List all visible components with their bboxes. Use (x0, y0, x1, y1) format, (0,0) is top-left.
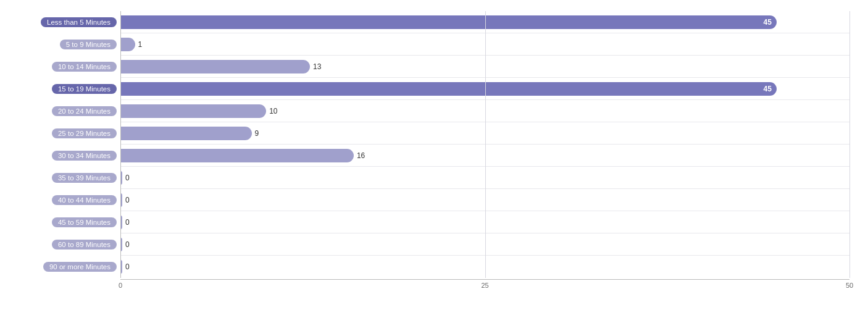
bar-row: 25 to 29 Minutes9 (120, 122, 849, 145)
bar-label: Less than 5 Minutes (6, 11, 120, 33)
bar-wrapper: 13 (120, 56, 849, 77)
bar: 45 (120, 15, 777, 29)
bar-value-outside: 9 (255, 129, 259, 138)
bar: 9 (120, 127, 252, 140)
bar-label: 5 to 9 Minutes (6, 33, 120, 55)
bar-label: 10 to 14 Minutes (6, 56, 120, 77)
label-pill: 25 to 29 Minutes (52, 128, 117, 138)
bar-row: 90 or more Minutes0 (120, 256, 849, 278)
bar-label: 30 to 34 Minutes (6, 145, 120, 166)
bar-value-outside: 0 (125, 262, 130, 271)
bar-row: 15 to 19 Minutes45 (120, 78, 849, 100)
label-pill: 35 to 39 Minutes (52, 173, 117, 183)
bar-wrapper: 0 (120, 256, 849, 278)
bar-label: 90 or more Minutes (6, 256, 120, 278)
grid-line (849, 11, 850, 278)
bar-wrapper: 45 (120, 11, 849, 33)
label-pill: 40 to 44 Minutes (52, 195, 117, 205)
bar-label: 45 to 59 Minutes (6, 211, 120, 233)
bar-label: 60 to 89 Minutes (6, 233, 120, 255)
bar-wrapper: 45 (120, 78, 849, 99)
bar-label: 40 to 44 Minutes (6, 189, 120, 211)
bar-wrapper: 0 (120, 189, 849, 211)
label-pill: 90 or more Minutes (43, 262, 117, 272)
label-pill: 15 to 19 Minutes (52, 84, 117, 94)
bar-value-outside: 0 (125, 196, 130, 204)
bar-wrapper: 9 (120, 122, 849, 144)
bar-row: Less than 5 Minutes45 (120, 11, 849, 33)
bar-value-outside: 10 (269, 107, 277, 115)
bar-wrapper: 10 (120, 100, 849, 122)
bar-value-outside: 13 (313, 62, 321, 71)
bar-label: 25 to 29 Minutes (6, 122, 120, 144)
x-axis-label: 0 (119, 282, 122, 289)
chart-container: Less than 5 Minutes455 to 9 Minutes110 t… (6, 11, 868, 292)
label-pill: 30 to 34 Minutes (52, 151, 117, 161)
bar-row: 35 to 39 Minutes0 (120, 167, 849, 189)
label-pill: 5 to 9 Minutes (60, 40, 117, 49)
bar-wrapper: 16 (120, 145, 849, 166)
bar-wrapper: 1 (120, 33, 849, 55)
bar: 13 (120, 60, 310, 73)
bar-label: 35 to 39 Minutes (6, 167, 120, 188)
bar-label: 20 to 24 Minutes (6, 100, 120, 122)
bar-value-outside: 1 (138, 40, 143, 49)
label-pill: 60 to 89 Minutes (52, 240, 117, 250)
bar: 0 (120, 216, 122, 229)
bar-value-outside: 0 (125, 218, 130, 227)
bar: 10 (120, 104, 266, 118)
bar-wrapper: 0 (120, 167, 849, 188)
bar-value-outside: 0 (125, 240, 130, 249)
bar: 0 (120, 260, 122, 274)
label-pill: 10 to 14 Minutes (52, 62, 117, 72)
bar-row: 40 to 44 Minutes0 (120, 189, 849, 211)
bar-value-inside: 45 (764, 85, 772, 93)
bar: 45 (120, 82, 777, 96)
bar-row: 45 to 59 Minutes0 (120, 211, 849, 233)
x-axis: 02550 (120, 279, 849, 292)
bar: 0 (120, 193, 122, 207)
label-pill: 45 to 59 Minutes (52, 217, 117, 227)
bar: 0 (120, 238, 122, 251)
bar-wrapper: 0 (120, 211, 849, 233)
bar-row: 60 to 89 Minutes0 (120, 233, 849, 256)
label-pill: 20 to 24 Minutes (52, 106, 117, 116)
x-axis-label: 50 (846, 282, 853, 289)
bar: 0 (120, 171, 122, 185)
bar-row: 20 to 24 Minutes10 (120, 100, 849, 122)
bar-label: 15 to 19 Minutes (6, 78, 120, 99)
bar-row: 10 to 14 Minutes13 (120, 56, 849, 78)
x-axis-label: 25 (481, 282, 488, 289)
bar-row: 5 to 9 Minutes1 (120, 33, 849, 56)
bar-value-outside: 16 (357, 151, 365, 160)
bar: 16 (120, 149, 354, 162)
label-pill: Less than 5 Minutes (41, 17, 117, 27)
bar-value-outside: 0 (125, 174, 130, 182)
bar-wrapper: 0 (120, 233, 849, 255)
bar-row: 30 to 34 Minutes16 (120, 145, 849, 167)
chart-body: Less than 5 Minutes455 to 9 Minutes110 t… (120, 11, 849, 278)
bar: 1 (120, 38, 135, 51)
bar-value-inside: 45 (764, 18, 772, 27)
